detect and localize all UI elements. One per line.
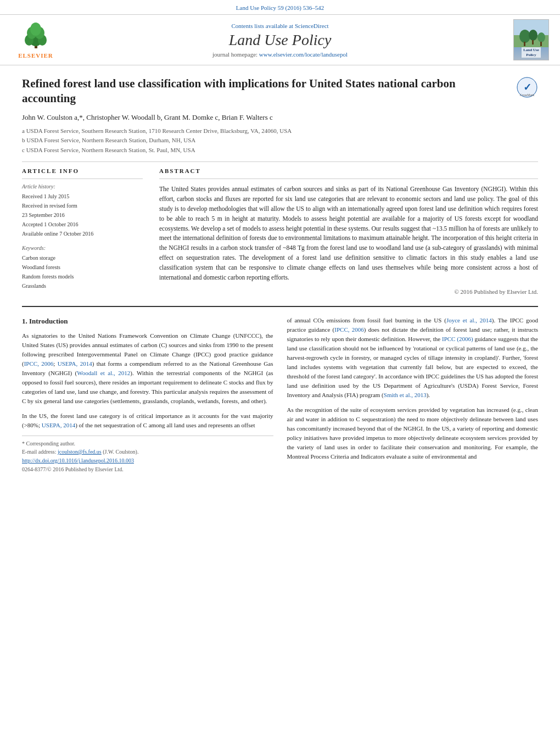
history-revised-date: 23 September 2016 <box>22 210 143 220</box>
footnote-corresponding: * Corresponding author. <box>22 439 273 448</box>
keywords-label: Keywords: <box>22 245 143 251</box>
ipcc-2006-link[interactable]: IPCC, 2006 <box>24 360 54 367</box>
body-col-right: of annual CO₂ emissions from fossil fuel… <box>287 316 539 474</box>
article-info-panel: ARTICLE INFO Article history: Received 1… <box>22 168 143 294</box>
footnote-email-line: E-mail address: jcoulston@fs.fed.us (J.W… <box>22 448 273 456</box>
svg-point-9 <box>519 30 530 43</box>
woodall-2012-link[interactable]: Woodall et al., 2012 <box>77 370 130 376</box>
body-para-2: In the US, the forest land use category … <box>22 411 273 430</box>
authors-text: John W. Coulston a,*, Christopher W. Woo… <box>22 113 273 121</box>
journal-homepage-link[interactable]: www.elsevier.com/locate/landusepol <box>259 51 348 58</box>
journal-cover-box: Land UsePolicy <box>500 19 549 60</box>
ipcc-2006-link-r[interactable]: IPCC, 2006 <box>334 326 364 333</box>
journal-reference: Land Use Policy 59 (2016) 536–542 <box>236 4 324 11</box>
history-received: Received 1 July 2015 <box>22 192 143 201</box>
sciencedirect-link[interactable]: ScienceDirect <box>295 23 329 29</box>
keywords-section: Keywords: Carbon storage Woodland forest… <box>22 245 143 291</box>
history-revised-label: Received in revised form <box>22 201 143 210</box>
svg-text:CrossMark: CrossMark <box>520 93 535 97</box>
joyce-2014-link[interactable]: Joyce et al., 2014 <box>446 317 492 323</box>
copyright-line: © 2016 Published by Elsevier Ltd. <box>159 288 538 295</box>
svg-point-6 <box>30 23 41 36</box>
abstract-heading: ABSTRACT <box>159 168 538 174</box>
svg-text:✓: ✓ <box>523 82 531 93</box>
doi-link[interactable]: http://dx.doi.org/10.1016/j.landusepol.2… <box>22 458 134 464</box>
info-abstract-row: ARTICLE INFO Article history: Received 1… <box>22 168 538 294</box>
history-accepted: Accepted 1 October 2016 <box>22 220 143 229</box>
body-col-left: 1. Introduction As signatories to the Un… <box>22 316 273 474</box>
main-content: Refined forest land use classification w… <box>0 65 560 484</box>
journal-cover-image: Land UsePolicy <box>513 19 549 60</box>
top-bar: Land Use Policy 59 (2016) 536–542 <box>0 0 560 15</box>
keyword-3: Random forests models <box>22 272 143 281</box>
ipcc-2006-link-r2[interactable]: IPCC (2006) <box>442 336 473 342</box>
article-title-row: Refined forest land use classification w… <box>22 76 538 107</box>
affiliations: a USDA Forest Service, Southern Research… <box>22 126 538 155</box>
article-history-label: Article history: <box>22 183 143 189</box>
cover-title-text: Land UsePolicy <box>522 47 541 58</box>
abstract-panel: ABSTRACT The United States provides annu… <box>159 168 538 294</box>
cover-illustration <box>514 20 548 47</box>
article-info-heading: ARTICLE INFO <box>22 168 143 174</box>
header-center: Contents lists available at ScienceDirec… <box>60 23 500 58</box>
keyword-1: Carbon storage <box>22 253 143 263</box>
elsevier-logo: ELSEVIER <box>11 21 60 59</box>
elsevier-tree-icon <box>21 21 51 51</box>
crossmark-icon: ✓ CrossMark <box>516 76 538 98</box>
info-divider <box>22 178 143 179</box>
article-title: Refined forest land use classification w… <box>22 76 508 107</box>
history-online: Available online 7 October 2016 <box>22 229 143 238</box>
affiliation-b: b USDA Forest Service, Northern Research… <box>22 136 538 146</box>
affiliation-c: c USDA Forest Service, Northern Research… <box>22 146 538 155</box>
body-columns: 1. Introduction As signatories to the Un… <box>22 306 538 474</box>
contents-available-line: Contents lists available at ScienceDirec… <box>60 23 500 29</box>
intro-heading: 1. Introduction <box>22 316 273 327</box>
journal-homepage-line: journal homepage: www.elsevier.com/locat… <box>60 51 500 58</box>
body-para-1: As signatories to the United Nations Fra… <box>22 331 273 406</box>
svg-rect-14 <box>540 42 542 46</box>
journal-title: Land Use Policy <box>60 31 500 49</box>
svg-point-10 <box>529 30 537 41</box>
usepa-2014-link[interactable]: USEPA, 2014 <box>58 360 92 367</box>
body-para-right-2: As the recognition of the suite of ecosy… <box>287 405 539 461</box>
footnote-email-link[interactable]: jcoulston@fs.fed.us <box>58 449 102 455</box>
affiliation-a: a USDA Forest Service, Southern Research… <box>22 126 538 136</box>
body-para-right-1: of annual CO₂ emissions from fossil fuel… <box>287 316 539 400</box>
keyword-4: Grasslands <box>22 281 143 291</box>
header-row: ELSEVIER Contents lists available at Sci… <box>0 15 560 65</box>
svg-rect-13 <box>532 40 534 44</box>
abstract-divider <box>159 178 538 179</box>
svg-rect-12 <box>524 42 525 46</box>
authors-line: John W. Coulston a,*, Christopher W. Woo… <box>22 113 538 122</box>
smith-2013-link[interactable]: Smith et al., 2013 <box>384 392 427 398</box>
elsevier-brand-text: ELSEVIER <box>18 52 53 59</box>
usepa-2014-link-2[interactable]: USEPA, 2014 <box>42 422 75 428</box>
issn-text: 0264-8377/© 2016 Published by Elsevier L… <box>22 465 273 473</box>
keyword-2: Woodland forests <box>22 263 143 272</box>
abstract-text: The United States provides annual estima… <box>159 185 538 282</box>
title-divider <box>22 161 538 162</box>
svg-point-11 <box>537 32 545 42</box>
footnote-section: * Corresponding author. E-mail address: … <box>22 436 273 473</box>
